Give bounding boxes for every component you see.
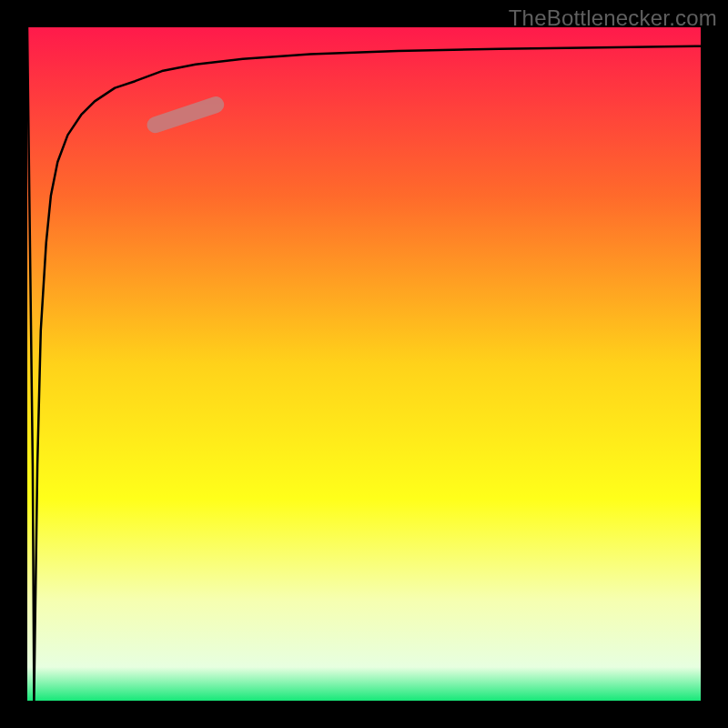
bottleneck-chart bbox=[0, 0, 728, 728]
chart-stage: TheBottlenecker.com bbox=[0, 0, 728, 728]
plot-background bbox=[27, 27, 701, 701]
attribution-label: TheBottlenecker.com bbox=[509, 5, 717, 31]
